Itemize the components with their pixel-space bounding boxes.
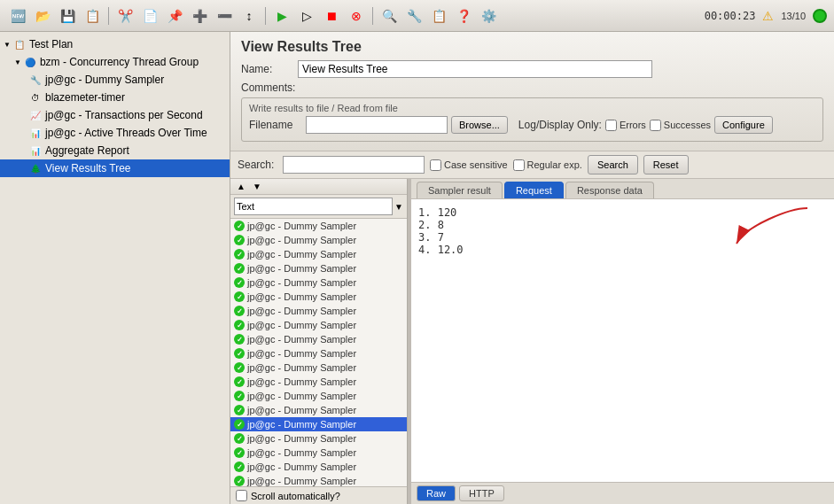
raw-button[interactable]: Raw xyxy=(417,485,456,501)
expand-button[interactable]: ➕ xyxy=(189,5,210,27)
list-item[interactable]: ✓ jp@gc - Dummy Sampler xyxy=(230,261,407,275)
check-icon: ✓ xyxy=(234,277,245,288)
list-item[interactable]: ✓ jp@gc - Dummy Sampler xyxy=(230,219,407,233)
test-plan-icon: 📋 xyxy=(12,37,27,51)
sidebar-item-test-plan[interactable]: ▼ 📋 Test Plan xyxy=(0,35,230,53)
toolbar: 🆕 📂 💾 📋 ✂️ 📄 📌 ➕ ➖ ↕️ ▶ ▷ ⏹ ⊗ 🔍 🔧 📋 ❓ ⚙️… xyxy=(0,0,834,32)
tab-request[interactable]: Request xyxy=(504,182,564,198)
check-icon: ✓ xyxy=(234,334,245,345)
comments-row: Comments: xyxy=(241,81,823,94)
regex-checkbox[interactable] xyxy=(513,159,525,171)
remote-start-button[interactable]: 🔍 xyxy=(378,5,400,27)
list-item[interactable]: ✓ jp@gc - Dummy Sampler xyxy=(230,417,407,431)
sidebar-item-transactions[interactable]: 📈 jp@gc - Transactions per Second xyxy=(0,106,230,124)
browse-button[interactable]: Browse... xyxy=(451,116,508,134)
paste-button[interactable]: 📌 xyxy=(164,5,185,27)
check-icon: ✓ xyxy=(234,419,245,430)
run-button[interactable]: ▶ xyxy=(271,5,292,27)
sidebar-item-dummy-sampler[interactable]: 🔧 jp@gc - Dummy Sampler xyxy=(0,71,230,89)
list-item[interactable]: ✓ jp@gc - Dummy Sampler xyxy=(230,290,407,304)
search-label: Search: xyxy=(238,159,277,171)
search-input[interactable] xyxy=(283,156,425,174)
sidebar-item-view-results-tree[interactable]: 🌲 View Results Tree xyxy=(0,159,230,177)
list-item[interactable]: ✓ jp@gc - Dummy Sampler xyxy=(230,375,407,389)
sidebar-item-timer[interactable]: ⏱ blazemeter-timer xyxy=(0,89,230,106)
comments-label: Comments: xyxy=(241,81,295,94)
settings-button[interactable]: ⚙️ xyxy=(478,5,499,27)
configure-button[interactable]: Configure xyxy=(714,116,773,134)
check-icon: ✓ xyxy=(234,391,245,401)
search-bar: Search: Case sensitive Regular exp. Sear… xyxy=(230,151,834,179)
help-button[interactable]: ❓ xyxy=(453,5,474,27)
reset-button[interactable]: Reset xyxy=(643,155,689,174)
search-button[interactable]: Search xyxy=(588,155,638,174)
list-button[interactable]: 📋 xyxy=(428,5,449,27)
new-button[interactable]: 🆕 xyxy=(7,5,28,27)
main-container: ▼ 📋 Test Plan ▼ 🔵 bzm - Concurrency Thre… xyxy=(0,32,834,504)
result-pane: Sampler result Request Response data 1. … xyxy=(411,179,834,504)
list-item[interactable]: ✓ jp@gc - Dummy Sampler xyxy=(230,304,407,318)
list-toolbar: ▲ ▼ xyxy=(230,179,407,195)
list-item[interactable]: ✓ jp@gc - Dummy Sampler xyxy=(230,431,407,446)
tab-response-data[interactable]: Response data xyxy=(565,182,654,198)
copy-button[interactable]: 📄 xyxy=(139,5,160,27)
file-row: Filename Browse... Log/Display Only: Err… xyxy=(249,116,815,134)
list-item[interactable]: ✓ jp@gc - Dummy Sampler xyxy=(230,474,407,486)
check-icon: ✓ xyxy=(234,405,245,415)
regex-label[interactable]: Regular exp. xyxy=(513,159,582,171)
errors-checkbox[interactable] xyxy=(605,120,617,131)
save-as-button[interactable]: 📋 xyxy=(82,5,103,27)
stop-button[interactable]: ⏹ xyxy=(321,5,342,27)
sep2 xyxy=(265,7,266,25)
list-scroll-down[interactable]: ▼ xyxy=(250,181,264,192)
check-icon: ✓ xyxy=(234,447,245,458)
sidebar-item-aggregate-report[interactable]: 📊 Aggregate Report xyxy=(0,142,230,159)
list-item[interactable]: ✓ jp@gc - Dummy Sampler xyxy=(230,361,407,375)
result-line: 2. 8 xyxy=(418,219,827,231)
list-item[interactable]: ✓ jp@gc - Dummy Sampler xyxy=(230,233,407,247)
scroll-auto-checkbox[interactable] xyxy=(236,490,247,501)
filename-input[interactable] xyxy=(306,116,448,134)
open-button[interactable]: 📂 xyxy=(32,5,53,27)
result-line: 3. 7 xyxy=(418,231,827,244)
toggle-button[interactable]: ↕️ xyxy=(238,5,260,27)
content-area: View Results Tree Name: Comments: Write … xyxy=(230,32,834,504)
list-item[interactable]: ✓ jp@gc - Dummy Sampler xyxy=(230,403,407,417)
view-dropdown[interactable]: Text xyxy=(234,198,393,215)
cut-button[interactable]: ✂️ xyxy=(114,5,136,27)
successes-checkbox-label[interactable]: Successes xyxy=(650,120,711,131)
run-no-pause-button[interactable]: ▷ xyxy=(296,5,317,27)
successes-checkbox[interactable] xyxy=(650,120,661,131)
status-green-circle xyxy=(813,9,827,23)
check-icon: ✓ xyxy=(234,461,245,472)
list-item[interactable]: ✓ jp@gc - Dummy Sampler xyxy=(230,332,407,346)
http-button[interactable]: HTTP xyxy=(459,485,504,501)
check-icon: ✓ xyxy=(234,291,245,302)
remote-stop-button[interactable]: 🔧 xyxy=(403,5,425,27)
shutdown-button[interactable]: ⊗ xyxy=(346,5,367,27)
expand-arrow: ▼ xyxy=(14,58,21,66)
list-item[interactable]: ✓ jp@gc - Dummy Sampler xyxy=(230,460,407,474)
sidebar-item-thread-group[interactable]: ▼ 🔵 bzm - Concurrency Thread Group xyxy=(0,53,230,71)
sidebar: ▼ 📋 Test Plan ▼ 🔵 bzm - Concurrency Thre… xyxy=(0,32,230,504)
list-pane: ▲ ▼ Text ▼ ✓ jp@gc - Dummy Sampler✓ jp@g… xyxy=(230,179,408,504)
name-input[interactable] xyxy=(298,60,652,78)
errors-checkbox-label[interactable]: Errors xyxy=(605,120,646,131)
file-section: Write results to file / Read from file F… xyxy=(241,97,823,142)
sidebar-item-active-threads[interactable]: 📊 jp@gc - Active Threads Over Time xyxy=(0,124,230,142)
case-sensitive-checkbox[interactable] xyxy=(430,159,441,171)
list-item[interactable]: ✓ jp@gc - Dummy Sampler xyxy=(230,275,407,290)
list-scroll-up[interactable]: ▲ xyxy=(234,181,248,192)
page-title: View Results Tree xyxy=(241,39,823,55)
list-item[interactable]: ✓ jp@gc - Dummy Sampler xyxy=(230,247,407,261)
list-item[interactable]: ✓ jp@gc - Dummy Sampler xyxy=(230,346,407,361)
save-button[interactable]: 💾 xyxy=(57,5,78,27)
case-sensitive-label[interactable]: Case sensitive xyxy=(430,159,508,171)
scroll-auto-label: Scroll automatically? xyxy=(251,491,340,501)
list-item[interactable]: ✓ jp@gc - Dummy Sampler xyxy=(230,389,407,403)
collapse-button[interactable]: ➖ xyxy=(214,5,235,27)
tab-sampler-result[interactable]: Sampler result xyxy=(417,182,503,198)
list-item[interactable]: ✓ jp@gc - Dummy Sampler xyxy=(230,446,407,460)
list-item[interactable]: ✓ jp@gc - Dummy Sampler xyxy=(230,318,407,332)
check-icon: ✓ xyxy=(234,306,245,316)
